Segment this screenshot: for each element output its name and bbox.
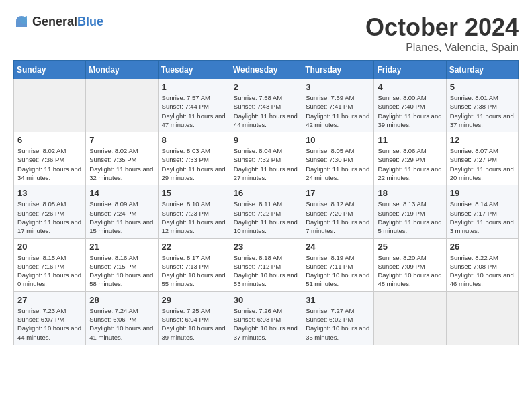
day-number: 28 <box>89 295 154 305</box>
sunrise-text: Sunrise: 7:26 AM <box>234 307 282 314</box>
sunset-text: Sunset: 7:09 PM <box>378 263 425 270</box>
calendar-cell: 9Sunrise: 8:04 AMSunset: 7:32 PMDaylight… <box>230 132 302 185</box>
daylight-text: Daylight: 11 hours and 37 minutes. <box>450 112 514 128</box>
cell-info: Sunrise: 8:07 AMSunset: 7:27 PMDaylight:… <box>450 146 515 182</box>
calendar-week-row: 13Sunrise: 8:08 AMSunset: 7:26 PMDayligh… <box>14 185 519 238</box>
calendar-cell: 8Sunrise: 8:03 AMSunset: 7:33 PMDaylight… <box>158 132 230 185</box>
calendar-cell: 23Sunrise: 8:18 AMSunset: 7:12 PMDayligh… <box>230 238 302 291</box>
sunset-text: Sunset: 7:41 PM <box>306 103 353 110</box>
day-number: 8 <box>162 135 226 145</box>
calendar-cell <box>374 291 446 345</box>
cell-info: Sunrise: 7:26 AMSunset: 6:03 PMDaylight:… <box>234 306 298 342</box>
calendar-cell: 14Sunrise: 8:09 AMSunset: 7:24 PMDayligh… <box>86 185 158 238</box>
daylight-text: Daylight: 11 hours and 15 minutes. <box>89 218 153 234</box>
calendar-cell <box>446 291 518 345</box>
sunset-text: Sunset: 7:08 PM <box>450 263 497 270</box>
sunrise-text: Sunrise: 7:25 AM <box>162 307 210 314</box>
sunset-text: Sunset: 7:33 PM <box>162 156 209 163</box>
day-number: 16 <box>234 188 298 198</box>
sunset-text: Sunset: 7:26 PM <box>17 210 64 217</box>
sunrise-text: Sunrise: 8:14 AM <box>450 200 498 208</box>
day-number: 4 <box>378 82 442 92</box>
calendar-cell: 24Sunrise: 8:19 AMSunset: 7:11 PMDayligh… <box>302 238 374 291</box>
daylight-text: Daylight: 10 hours and 51 minutes. <box>306 271 369 287</box>
weekday-header-row: Sunday Monday Tuesday Wednesday Thursday… <box>14 61 519 79</box>
header-friday: Friday <box>374 61 446 79</box>
cell-info: Sunrise: 7:23 AMSunset: 6:07 PMDaylight:… <box>17 306 82 342</box>
sunrise-text: Sunrise: 8:09 AM <box>89 200 138 208</box>
sunrise-text: Sunrise: 7:59 AM <box>306 94 354 101</box>
day-number: 20 <box>17 242 82 252</box>
cell-info: Sunrise: 8:03 AMSunset: 7:33 PMDaylight:… <box>162 146 226 182</box>
cell-info: Sunrise: 8:20 AMSunset: 7:09 PMDaylight:… <box>378 253 442 289</box>
cell-info: Sunrise: 8:22 AMSunset: 7:08 PMDaylight:… <box>450 253 515 289</box>
calendar-cell: 3Sunrise: 7:59 AMSunset: 7:41 PMDaylight… <box>302 79 374 132</box>
sunset-text: Sunset: 7:22 PM <box>234 210 281 217</box>
cell-info: Sunrise: 8:12 AMSunset: 7:20 PMDaylight:… <box>306 199 370 235</box>
cell-info: Sunrise: 8:06 AMSunset: 7:29 PMDaylight:… <box>378 146 442 182</box>
daylight-text: Daylight: 11 hours and 29 minutes. <box>162 165 226 181</box>
day-number: 31 <box>306 295 370 305</box>
calendar-cell: 15Sunrise: 8:10 AMSunset: 7:23 PMDayligh… <box>158 185 230 238</box>
sunrise-text: Sunrise: 8:10 AM <box>162 200 210 208</box>
daylight-text: Daylight: 10 hours and 55 minutes. <box>162 271 226 287</box>
cell-info: Sunrise: 7:58 AMSunset: 7:43 PMDaylight:… <box>234 93 298 129</box>
calendar-cell <box>86 79 158 132</box>
daylight-text: Daylight: 11 hours and 12 minutes. <box>162 218 226 234</box>
day-number: 15 <box>162 188 226 198</box>
location-subtitle: Planes, Valencia, Spain <box>365 42 519 54</box>
day-number: 7 <box>89 135 154 145</box>
cell-info: Sunrise: 8:02 AMSunset: 7:35 PMDaylight:… <box>89 146 154 182</box>
cell-info: Sunrise: 7:24 AMSunset: 6:06 PMDaylight:… <box>89 306 154 342</box>
calendar-cell: 31Sunrise: 7:27 AMSunset: 6:02 PMDayligh… <box>302 291 374 345</box>
calendar-week-row: 6Sunrise: 8:02 AMSunset: 7:36 PMDaylight… <box>14 132 519 185</box>
sunset-text: Sunset: 6:04 PM <box>162 316 209 323</box>
calendar-cell: 21Sunrise: 8:16 AMSunset: 7:15 PMDayligh… <box>86 238 158 291</box>
sunrise-text: Sunrise: 8:16 AM <box>89 254 138 261</box>
sunrise-text: Sunrise: 8:04 AM <box>234 147 282 154</box>
sunrise-text: Sunrise: 8:02 AM <box>89 147 138 154</box>
calendar-cell: 16Sunrise: 8:11 AMSunset: 7:22 PMDayligh… <box>230 185 302 238</box>
calendar-cell: 27Sunrise: 7:23 AMSunset: 6:07 PMDayligh… <box>14 291 86 345</box>
daylight-text: Daylight: 11 hours and 5 minutes. <box>378 218 441 234</box>
header-saturday: Saturday <box>446 61 518 79</box>
cell-info: Sunrise: 8:08 AMSunset: 7:26 PMDaylight:… <box>17 199 82 235</box>
cell-info: Sunrise: 8:15 AMSunset: 7:16 PMDaylight:… <box>17 253 82 289</box>
daylight-text: Daylight: 11 hours and 32 minutes. <box>89 165 153 181</box>
cell-info: Sunrise: 8:02 AMSunset: 7:36 PMDaylight:… <box>17 146 82 182</box>
cell-info: Sunrise: 7:27 AMSunset: 6:02 PMDaylight:… <box>306 306 370 342</box>
daylight-text: Daylight: 11 hours and 24 minutes. <box>306 165 369 181</box>
calendar-cell: 22Sunrise: 8:17 AMSunset: 7:13 PMDayligh… <box>158 238 230 291</box>
calendar-cell: 1Sunrise: 7:57 AMSunset: 7:44 PMDaylight… <box>158 79 230 132</box>
day-number: 12 <box>450 135 515 145</box>
daylight-text: Daylight: 11 hours and 27 minutes. <box>234 165 298 181</box>
logo-blue: Blue <box>77 15 103 28</box>
calendar-cell: 13Sunrise: 8:08 AMSunset: 7:26 PMDayligh… <box>14 185 86 238</box>
sunset-text: Sunset: 7:11 PM <box>306 263 353 270</box>
sunset-text: Sunset: 7:16 PM <box>17 263 64 270</box>
daylight-text: Daylight: 10 hours and 41 minutes. <box>89 324 153 340</box>
sunrise-text: Sunrise: 8:19 AM <box>306 254 354 261</box>
calendar-week-row: 27Sunrise: 7:23 AMSunset: 6:07 PMDayligh… <box>14 291 519 345</box>
sunrise-text: Sunrise: 7:57 AM <box>162 94 210 101</box>
sunset-text: Sunset: 7:13 PM <box>162 263 209 270</box>
sunset-text: Sunset: 7:17 PM <box>450 210 497 217</box>
cell-info: Sunrise: 7:57 AMSunset: 7:44 PMDaylight:… <box>162 93 226 129</box>
sunrise-text: Sunrise: 8:06 AM <box>378 147 426 154</box>
day-number: 18 <box>378 188 442 198</box>
day-number: 21 <box>89 242 154 252</box>
daylight-text: Daylight: 10 hours and 35 minutes. <box>306 324 369 340</box>
cell-info: Sunrise: 8:10 AMSunset: 7:23 PMDaylight:… <box>162 199 226 235</box>
cell-info: Sunrise: 8:00 AMSunset: 7:40 PMDaylight:… <box>378 93 442 129</box>
day-number: 10 <box>306 135 370 145</box>
calendar-cell <box>14 79 86 132</box>
sunrise-text: Sunrise: 8:05 AM <box>306 147 354 154</box>
sunrise-text: Sunrise: 8:00 AM <box>378 94 426 101</box>
sunset-text: Sunset: 7:12 PM <box>234 263 281 270</box>
sunset-text: Sunset: 6:06 PM <box>89 316 136 323</box>
sunrise-text: Sunrise: 8:22 AM <box>450 254 498 261</box>
calendar-cell: 17Sunrise: 8:12 AMSunset: 7:20 PMDayligh… <box>302 185 374 238</box>
day-number: 9 <box>234 135 298 145</box>
calendar-cell: 6Sunrise: 8:02 AMSunset: 7:36 PMDaylight… <box>14 132 86 185</box>
cell-info: Sunrise: 7:25 AMSunset: 6:04 PMDaylight:… <box>162 306 226 342</box>
